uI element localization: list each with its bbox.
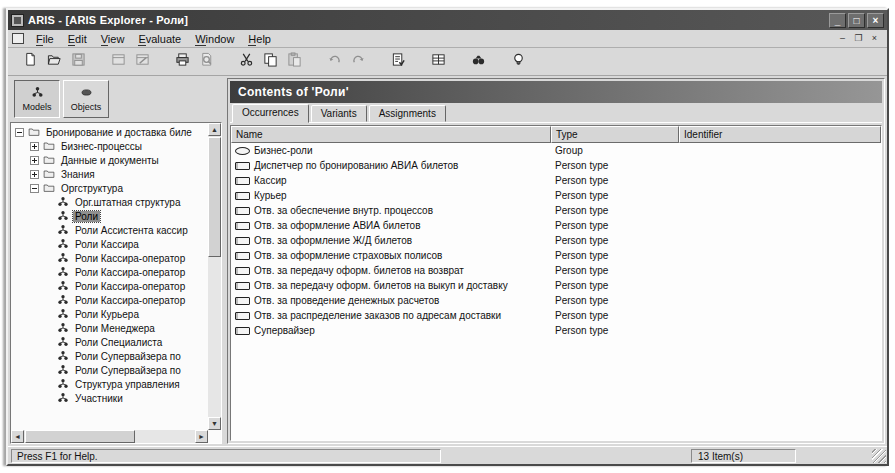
cell-type: Person type <box>551 280 679 291</box>
table-row[interactable]: Диспетчер по бронированию АВИА билетовPe… <box>231 158 881 173</box>
table-row[interactable]: КурьерPerson type <box>231 188 881 203</box>
org-chart-icon <box>56 196 70 208</box>
cell-name: Курьер <box>231 190 551 201</box>
tab-variants[interactable]: Variants <box>311 105 367 122</box>
org-chart-icon <box>56 252 70 264</box>
tree-item[interactable]: Роли Кассира-оператор <box>13 279 208 293</box>
maximize-button[interactable]: □ <box>848 13 865 28</box>
menu-item-help[interactable]: Help <box>241 32 278 46</box>
minimize-button[interactable]: _ <box>829 13 846 28</box>
tree-item[interactable]: Роли <box>13 209 208 223</box>
person-type-icon <box>235 312 250 320</box>
table-row[interactable]: Отв. за оформление страховых полисовPers… <box>231 248 881 263</box>
child-close-button[interactable]: × <box>868 33 881 44</box>
expand-plus-icon[interactable] <box>30 156 39 165</box>
menu-item-view[interactable]: View <box>94 32 132 46</box>
window-icon <box>111 52 126 71</box>
tab-occurrences[interactable]: Occurrences <box>232 104 309 123</box>
folder-icon <box>27 126 41 138</box>
menu-item-edit[interactable]: Edit <box>61 32 94 46</box>
print-button[interactable] <box>171 52 193 72</box>
child-restore-button[interactable]: ❐ <box>852 33 865 44</box>
vertical-scroll-thumb[interactable] <box>208 137 221 257</box>
mode-button-objects[interactable]: Objects <box>63 80 109 118</box>
table-row[interactable]: Отв. за оформление Ж/Д билетовPerson typ… <box>231 233 881 248</box>
menu-item-window[interactable]: Window <box>188 32 241 46</box>
column-header-name[interactable]: Name <box>231 126 551 143</box>
cell-name: Отв. за оформление АВИА билетов <box>231 220 551 231</box>
person-type-icon <box>235 192 250 200</box>
cell-name-text: Отв. за передачу оформ. билетов на выкуп… <box>254 280 508 291</box>
table-row[interactable]: Бизнес-ролиGroup <box>231 143 881 158</box>
tree-item[interactable]: Знания <box>13 167 208 181</box>
cell-type: Person type <box>551 160 679 171</box>
tree-item[interactable]: Роли Кассира-оператор <box>13 265 208 279</box>
scroll-left-icon[interactable]: ◄ <box>11 430 24 443</box>
scroll-down-icon[interactable]: ▼ <box>208 417 221 430</box>
tree-item[interactable]: Бизнес-процессы <box>13 139 208 153</box>
table-row[interactable]: СупервайзерPerson type <box>231 323 881 338</box>
table-row[interactable]: Отв. за передачу оформ. билетов на возвр… <box>231 263 881 278</box>
tree-item[interactable]: Роли Кассира-оператор <box>13 251 208 265</box>
toolbar-group-2 <box>166 52 222 72</box>
scroll-up-icon[interactable]: ▲ <box>208 123 221 136</box>
collapse-minus-icon[interactable] <box>30 184 39 193</box>
table-row[interactable]: Отв. за распределение заказов по адресам… <box>231 308 881 323</box>
table-row[interactable]: Отв. за передачу оформ. билетов на выкуп… <box>231 278 881 293</box>
tree-item[interactable]: Оргструктура <box>13 181 208 195</box>
tip-of-day-button[interactable] <box>507 52 529 72</box>
tree-item[interactable]: Бронирование и доставка биле <box>13 125 208 139</box>
navigation-panel: ModelsObjects Бронирование и доставка би… <box>10 78 222 444</box>
tree-vertical-scrollbar[interactable]: ▲ ▼ <box>208 123 221 430</box>
expand-plus-icon[interactable] <box>30 170 39 179</box>
properties-button[interactable] <box>387 52 409 72</box>
tree-item[interactable]: Структура управления <box>13 377 208 391</box>
collapse-minus-icon[interactable] <box>15 128 24 137</box>
tree-item[interactable]: Орг.штатная структура <box>13 195 208 209</box>
cell-name-text: Отв. за оформление АВИА билетов <box>254 220 420 231</box>
table-row[interactable]: КассирPerson type <box>231 173 881 188</box>
copy-button[interactable] <box>259 52 281 72</box>
find-button[interactable] <box>467 52 489 72</box>
tree-horizontal-scrollbar[interactable]: ◄ ► <box>11 430 208 443</box>
cut-button[interactable] <box>235 52 257 72</box>
child-minimize-button[interactable]: – <box>836 33 849 44</box>
open-button[interactable] <box>43 52 65 72</box>
tree-item[interactable]: Роли Менеджера <box>13 321 208 335</box>
column-header-identifier[interactable]: Identifier <box>679 126 881 143</box>
expand-plus-icon[interactable] <box>30 142 39 151</box>
tree-item-label: Роли Кассира-оператор <box>73 267 187 278</box>
menu-item-file[interactable]: File <box>29 32 61 46</box>
tree-item[interactable]: Роли Курьера <box>13 307 208 321</box>
close-button[interactable]: × <box>867 13 884 28</box>
tree-item[interactable]: Роли Специалиста <box>13 335 208 349</box>
tree-item[interactable]: Роли Супервайзера по <box>13 349 208 363</box>
mode-button-models[interactable]: Models <box>14 80 60 118</box>
title-bar[interactable]: ARIS - [ARIS Explorer - Роли] _ □ × <box>8 10 887 30</box>
tab-assignments[interactable]: Assignments <box>369 105 446 122</box>
cell-name-text: Курьер <box>254 190 287 201</box>
app-icon <box>11 14 24 27</box>
menu-item-evaluate[interactable]: Evaluate <box>131 32 188 46</box>
cell-type: Person type <box>551 250 679 261</box>
tree-item[interactable]: Роли Ассистента кассир <box>13 223 208 237</box>
tree-item-label: Роли Кассира-оператор <box>73 253 187 264</box>
horizontal-scroll-thumb[interactable] <box>25 430 135 443</box>
column-header-type[interactable]: Type <box>551 126 679 143</box>
tree-item[interactable]: Участники <box>13 391 208 405</box>
tree-item[interactable]: Данные и документы <box>13 153 208 167</box>
print-preview-icon <box>199 52 214 71</box>
tree-item[interactable]: Роли Супервайзера по <box>13 363 208 377</box>
binoculars-icon <box>471 52 486 71</box>
tree-item[interactable]: Роли Кассира-оператор <box>13 293 208 307</box>
table-row[interactable]: Отв. за проведение денежных расчетовPers… <box>231 293 881 308</box>
table-row[interactable]: Отв. за оформление АВИА билетовPerson ty… <box>231 218 881 233</box>
mdi-child-icon[interactable] <box>12 33 24 44</box>
resize-grip[interactable] <box>872 449 886 463</box>
tree-item[interactable]: Роли Кассира <box>13 237 208 251</box>
tree-item-label: Орг.штатная структура <box>73 197 182 208</box>
scroll-right-icon[interactable]: ► <box>195 430 208 443</box>
new-button[interactable] <box>19 52 41 72</box>
attributes-button[interactable] <box>427 52 449 72</box>
table-row[interactable]: Отв. за обеспечение внутр. процессовPers… <box>231 203 881 218</box>
